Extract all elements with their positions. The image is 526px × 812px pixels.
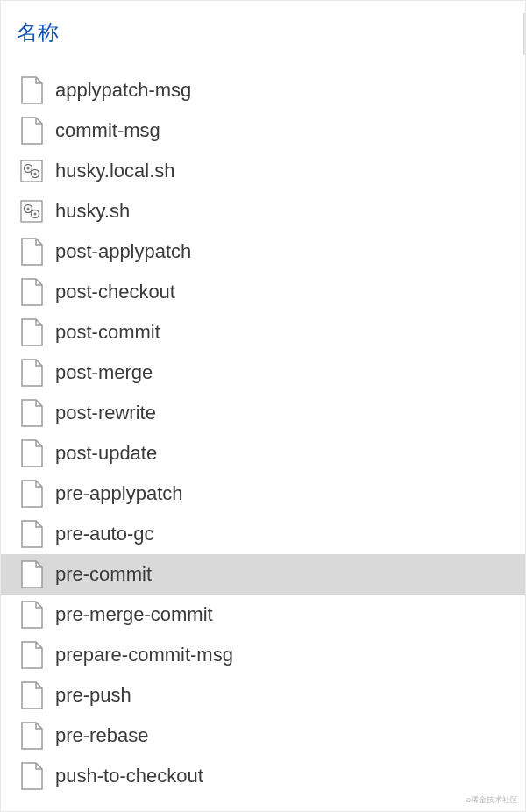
generic-file-icon <box>20 681 43 709</box>
file-name-label: husky.local.sh <box>55 160 175 182</box>
generic-file-icon <box>20 520 43 548</box>
svg-point-4 <box>34 173 37 175</box>
svg-point-2 <box>27 167 30 170</box>
file-explorer-panel: 名称 applypatch-msg commit-msg husky.local… <box>0 0 526 812</box>
file-row[interactable]: husky.local.sh <box>1 151 525 191</box>
generic-file-icon <box>20 480 43 508</box>
generic-file-icon <box>20 117 43 145</box>
watermark-text: o稀金技术社区 <box>466 794 518 806</box>
svg-point-9 <box>34 213 37 216</box>
file-name-label: pre-applypatch <box>55 482 183 505</box>
file-row[interactable]: post-commit <box>1 312 525 353</box>
file-name-label: applypatch-msg <box>55 79 191 102</box>
file-name-label: post-merge <box>55 361 153 384</box>
file-row[interactable]: pre-rebase <box>1 716 525 756</box>
file-row[interactable]: post-rewrite <box>1 393 525 433</box>
generic-file-icon <box>20 722 43 750</box>
file-row[interactable]: pre-merge-commit <box>1 595 525 635</box>
column-header-name[interactable]: 名称 <box>1 1 525 63</box>
generic-file-icon <box>20 318 43 346</box>
file-name-label: post-commit <box>55 321 160 344</box>
file-row[interactable]: prepare-commit-msg <box>1 635 525 675</box>
file-row[interactable]: commit-msg <box>1 110 525 151</box>
generic-file-icon <box>20 439 43 467</box>
file-name-label: push-to-checkout <box>55 765 203 787</box>
file-row[interactable]: husky.sh <box>1 191 525 231</box>
generic-file-icon <box>20 560 43 588</box>
file-row[interactable]: post-merge <box>1 353 525 393</box>
file-name-label: pre-rebase <box>55 724 148 747</box>
sh-file-icon <box>20 197 43 225</box>
file-list: applypatch-msg commit-msg husky.local.sh… <box>1 63 525 796</box>
file-row[interactable]: applypatch-msg <box>1 70 525 110</box>
file-name-label: pre-auto-gc <box>55 523 154 545</box>
file-row[interactable]: push-to-checkout <box>1 756 525 796</box>
file-name-label: post-rewrite <box>55 402 156 424</box>
file-name-label: husky.sh <box>55 200 130 223</box>
file-row[interactable]: pre-auto-gc <box>1 514 525 554</box>
generic-file-icon <box>20 399 43 427</box>
generic-file-icon <box>20 601 43 629</box>
file-row[interactable]: post-update <box>1 433 525 474</box>
generic-file-icon <box>20 641 43 669</box>
file-name-label: post-checkout <box>55 281 175 303</box>
file-row[interactable]: pre-push <box>1 675 525 716</box>
generic-file-icon <box>20 762 43 790</box>
file-row[interactable]: pre-applypatch <box>1 474 525 514</box>
file-row[interactable]: pre-commit <box>1 554 525 595</box>
file-name-label: commit-msg <box>55 119 160 142</box>
column-separator[interactable] <box>523 13 525 55</box>
sh-file-icon <box>20 157 43 185</box>
svg-point-7 <box>27 208 30 210</box>
file-name-label: pre-commit <box>55 563 152 586</box>
generic-file-icon <box>20 76 43 104</box>
file-row[interactable]: post-checkout <box>1 272 525 312</box>
file-name-label: prepare-commit-msg <box>55 644 233 666</box>
file-name-label: pre-merge-commit <box>55 603 213 626</box>
file-name-label: post-update <box>55 442 157 465</box>
file-name-label: post-applypatch <box>55 240 191 263</box>
generic-file-icon <box>20 278 43 306</box>
generic-file-icon <box>20 238 43 266</box>
file-row[interactable]: post-applypatch <box>1 231 525 272</box>
file-name-label: pre-push <box>55 684 132 707</box>
generic-file-icon <box>20 359 43 387</box>
